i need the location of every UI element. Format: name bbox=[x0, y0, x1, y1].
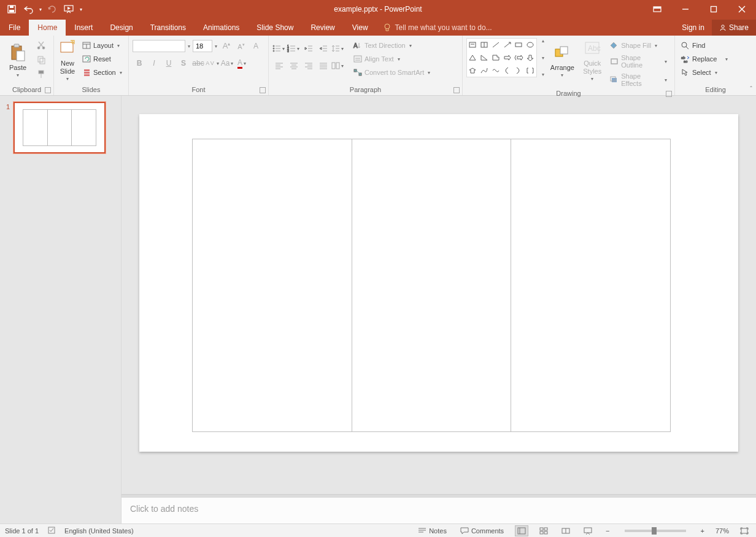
undo-button[interactable] bbox=[21, 1, 37, 17]
arrange-button[interactable]: Arrange▾ bbox=[548, 38, 577, 82]
tab-home[interactable]: Home bbox=[29, 20, 66, 36]
tab-view[interactable]: View bbox=[344, 20, 377, 36]
save-button[interactable] bbox=[4, 1, 20, 17]
shape-outline-button[interactable]: Shape Outline▾ bbox=[608, 53, 671, 70]
zoom-slider[interactable] bbox=[625, 530, 686, 532]
italic-button[interactable]: I bbox=[147, 56, 161, 70]
decrease-indent-button[interactable] bbox=[302, 42, 315, 55]
shadow-button[interactable]: S bbox=[177, 56, 190, 70]
slide-table[interactable] bbox=[192, 139, 671, 432]
signin-button[interactable]: Sign in bbox=[674, 20, 712, 36]
shape-effects-button[interactable]: Shape Effects▾ bbox=[608, 71, 671, 88]
cut-button[interactable] bbox=[34, 38, 48, 52]
collapse-ribbon-button[interactable]: ˆ bbox=[750, 85, 752, 93]
notes-pane[interactable]: Click to add notes bbox=[122, 498, 756, 523]
reading-view-button[interactable] bbox=[559, 525, 573, 536]
share-button[interactable]: Share bbox=[712, 20, 756, 36]
change-case-button[interactable]: Aa▾ bbox=[221, 56, 234, 70]
reset-button[interactable]: Reset bbox=[80, 53, 126, 65]
zoom-slider-thumb[interactable] bbox=[652, 527, 657, 535]
format-painter-button[interactable] bbox=[34, 68, 48, 81]
justify-button[interactable] bbox=[317, 59, 330, 72]
tab-design[interactable]: Design bbox=[101, 20, 141, 36]
columns-button[interactable]: ▾ bbox=[331, 59, 345, 72]
strikethrough-button[interactable]: abc bbox=[191, 56, 205, 70]
section-button[interactable]: Section▾ bbox=[80, 66, 126, 79]
slide-indicator[interactable]: Slide 1 of 1 bbox=[5, 527, 39, 535]
shapes-gallery[interactable] bbox=[466, 38, 537, 77]
increase-indent-button[interactable] bbox=[317, 42, 330, 55]
char-spacing-button[interactable]: AV▾ bbox=[206, 56, 220, 70]
slide-thumbnail-1[interactable] bbox=[14, 102, 106, 153]
chevron-down-icon[interactable]: ▾ bbox=[187, 44, 191, 49]
language-indicator[interactable]: English (United States) bbox=[64, 527, 134, 535]
zoom-percent[interactable]: 77% bbox=[716, 527, 729, 535]
slide-canvas[interactable] bbox=[139, 114, 738, 452]
table-column[interactable] bbox=[352, 139, 512, 431]
maximize-button[interactable] bbox=[700, 0, 728, 18]
layout-button[interactable]: Layout▾ bbox=[80, 39, 126, 52]
zoom-out-button[interactable]: − bbox=[603, 527, 612, 535]
find-button[interactable]: Find bbox=[679, 39, 731, 52]
clipboard-dialog-launcher[interactable] bbox=[45, 87, 51, 93]
tell-me-search[interactable]: Tell me what you want to do... bbox=[377, 20, 498, 36]
tab-insert[interactable]: Insert bbox=[66, 20, 101, 36]
font-name-input[interactable] bbox=[133, 40, 185, 52]
ribbon-display-options-button[interactable] bbox=[643, 0, 671, 18]
redo-button[interactable] bbox=[44, 1, 60, 17]
shape-fill-button[interactable]: Shape Fill▾ bbox=[608, 39, 671, 52]
table-column[interactable] bbox=[193, 139, 352, 431]
shapes-scroll-down[interactable]: ▾ bbox=[541, 55, 546, 61]
tab-animations[interactable]: Animations bbox=[195, 20, 248, 36]
tab-transitions[interactable]: Transitions bbox=[142, 20, 195, 36]
clear-formatting-button[interactable]: A bbox=[249, 39, 263, 53]
tab-file[interactable]: File bbox=[0, 20, 29, 36]
chevron-down-icon: ▾ bbox=[65, 76, 70, 82]
align-left-button[interactable] bbox=[272, 59, 286, 72]
drawing-dialog-launcher[interactable] bbox=[666, 91, 672, 97]
undo-more-icon[interactable]: ▾ bbox=[38, 7, 43, 12]
spellcheck-icon[interactable] bbox=[47, 526, 56, 536]
underline-button[interactable]: U bbox=[162, 56, 176, 70]
select-button[interactable]: Select▾ bbox=[679, 66, 731, 79]
numbering-button[interactable]: 123▾ bbox=[287, 42, 301, 55]
convert-smartart-button[interactable]: Convert to SmartArt▾ bbox=[351, 66, 434, 79]
tab-review[interactable]: Review bbox=[302, 20, 343, 36]
align-right-button[interactable] bbox=[302, 59, 315, 72]
chevron-down-icon[interactable]: ▾ bbox=[214, 44, 218, 49]
bullets-button[interactable]: ▾ bbox=[272, 42, 286, 55]
decrease-font-button[interactable]: A▾ bbox=[234, 39, 248, 53]
paragraph-dialog-launcher[interactable] bbox=[453, 87, 460, 93]
zoom-in-button[interactable]: + bbox=[698, 527, 707, 535]
notes-toggle[interactable]: Notes bbox=[415, 527, 449, 535]
slide-sorter-view-button[interactable] bbox=[537, 525, 550, 536]
comments-toggle[interactable]: Comments bbox=[458, 527, 506, 535]
shapes-scroll-up[interactable]: ▴ bbox=[541, 38, 546, 44]
quick-styles-button[interactable]: Abc Quick Styles▾ bbox=[579, 38, 605, 82]
minimize-button[interactable] bbox=[671, 0, 700, 18]
text-direction-button[interactable]: AText Direction▾ bbox=[351, 39, 434, 52]
font-size-input[interactable] bbox=[193, 40, 212, 52]
slide-canvas-scroll[interactable] bbox=[122, 96, 756, 494]
align-text-button[interactable]: Align Text▾ bbox=[351, 53, 434, 65]
increase-font-button[interactable]: A▴ bbox=[220, 39, 233, 53]
font-color-button[interactable]: A▾ bbox=[236, 56, 249, 70]
align-center-button[interactable] bbox=[287, 59, 301, 72]
slide-thumbnail-pane[interactable]: 1 bbox=[0, 96, 122, 523]
qat-customize-icon[interactable]: ▾ bbox=[79, 7, 83, 12]
copy-button[interactable] bbox=[34, 53, 48, 66]
fit-to-window-button[interactable] bbox=[738, 525, 751, 536]
replace-button[interactable]: abacReplace▾ bbox=[679, 53, 731, 65]
font-dialog-launcher[interactable] bbox=[260, 87, 266, 93]
start-slideshow-button[interactable] bbox=[61, 1, 77, 17]
table-column[interactable] bbox=[511, 139, 670, 431]
slideshow-view-button[interactable] bbox=[581, 525, 595, 536]
paste-button[interactable]: Paste ▾ bbox=[4, 38, 32, 82]
bold-button[interactable]: B bbox=[133, 56, 146, 70]
close-button[interactable] bbox=[728, 0, 756, 18]
shapes-more[interactable]: ▾ bbox=[541, 72, 546, 77]
line-spacing-button[interactable]: ▾ bbox=[331, 42, 345, 55]
normal-view-button[interactable] bbox=[515, 525, 528, 536]
new-slide-button[interactable]: New Slide ▾ bbox=[58, 38, 77, 82]
tab-slideshow[interactable]: Slide Show bbox=[248, 20, 302, 36]
